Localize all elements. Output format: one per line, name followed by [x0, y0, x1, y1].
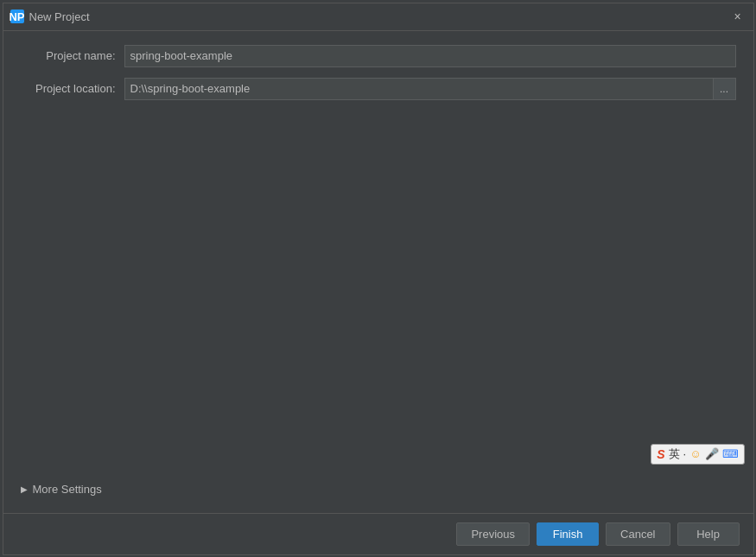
more-settings-toggle[interactable]: ▶ More Settings [21, 483, 736, 496]
ime-emoji-icon: ☺ [689, 447, 701, 460]
project-name-label: Project name: [21, 49, 124, 62]
ime-punct-label: · [683, 447, 687, 460]
ime-s-icon: S [657, 447, 664, 461]
ime-mic-icon: 🎤 [705, 447, 719, 460]
previous-button[interactable]: Previous [456, 522, 530, 546]
help-button[interactable]: Help [677, 522, 740, 546]
project-location-input[interactable] [124, 78, 714, 100]
ime-keyboard-icon: ⌨ [722, 447, 739, 460]
project-location-field-group: ... [124, 78, 736, 100]
project-location-row: Project location: ... [21, 78, 736, 100]
dialog-title: New Project [29, 10, 729, 23]
more-settings-triangle-icon: ▶ [21, 484, 28, 494]
more-settings-label: More Settings [33, 483, 102, 496]
project-name-row: Project name: [21, 45, 736, 67]
browse-button[interactable]: ... [714, 78, 736, 100]
title-bar: NP New Project × [3, 3, 753, 31]
dialog-footer: Previous Finish Cancel Help [3, 513, 753, 554]
dialog-content: Project name: Project location: ... ▶ Mo… [3, 31, 753, 513]
close-button[interactable]: × [729, 8, 746, 25]
project-name-input[interactable] [124, 45, 736, 67]
more-settings-section: ▶ More Settings [3, 483, 753, 496]
finish-button[interactable]: Finish [537, 522, 599, 546]
cancel-button[interactable]: Cancel [606, 522, 670, 546]
project-location-label: Project location: [21, 82, 124, 95]
new-project-dialog: NP New Project × Project name: Project l… [3, 3, 754, 555]
ime-toolbar: S 英 · ☺ 🎤 ⌨ [651, 444, 744, 465]
dialog-icon: NP [10, 9, 24, 23]
ime-lang-label: 英 [669, 446, 680, 462]
dialog-icon-label: NP [9, 10, 24, 23]
dialog-overlay: NP New Project × Project name: Project l… [0, 0, 756, 557]
